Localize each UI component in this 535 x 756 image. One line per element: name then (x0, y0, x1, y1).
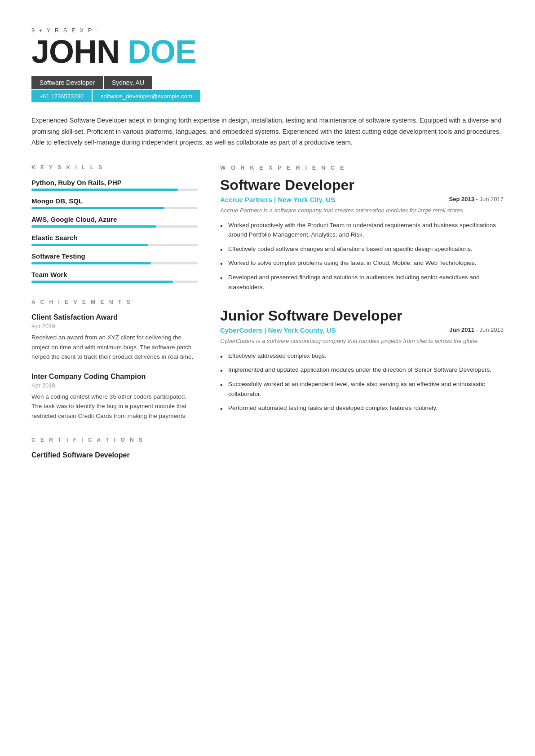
contact-bar: +61 1236523230 software_developer@exampl… (31, 90, 504, 102)
skill-bar-fill (31, 262, 151, 264)
work-list: Software Developer Accrue Partners | New… (220, 177, 504, 413)
skill-bar-bg (31, 281, 198, 283)
certs-list: Certified Software Developer (31, 451, 198, 459)
job-desc: Accrue Partners is a software company th… (220, 206, 504, 215)
exp-label: 9 + Y R S E X P . (31, 27, 504, 34)
title-chip: Software Developer (31, 76, 103, 89)
right-col: W O R K E X P E R I E N C E Software Dev… (220, 164, 504, 460)
skill-item: Python, Ruby On Rails, PHP (31, 179, 198, 191)
summary: Experienced Software Developer adept in … (31, 115, 503, 148)
skill-item: AWS, Google Cloud, Azure (31, 215, 198, 228)
skill-bar-bg (31, 189, 198, 191)
job-block: Junior Software Developer CyberCoders | … (220, 308, 504, 413)
skill-name: Elastic Search (31, 234, 198, 242)
job-title: Software Developer (220, 177, 504, 193)
key-skills-section: K E Y S K I L L S Python, Ruby On Rails,… (31, 164, 198, 283)
name-row: JOHN DOE (31, 35, 504, 68)
skill-bar-fill (31, 225, 156, 228)
skill-bar-bg (31, 225, 198, 228)
work-exp-label: W O R K E X P E R I E N C E (220, 164, 504, 171)
achievement-title: Inter Company Coding Champion (31, 373, 198, 381)
first-name: JOHN (31, 35, 119, 68)
skill-item: Software Testing (31, 252, 198, 264)
skill-bar-bg (31, 262, 198, 264)
job-bullet: Effectively coded software changes and a… (220, 244, 504, 254)
achievements-section: A C H I E V E M E N T S Client Satisfact… (31, 299, 198, 421)
achievement-desc: Received an award from an XYZ client for… (31, 333, 198, 362)
header: 9 + Y R S E X P . JOHN DOE Software Deve… (31, 27, 504, 102)
job-bullets: Worked productively with the Product Tea… (220, 220, 504, 292)
skill-item: Team Work (31, 271, 198, 283)
achievement-title: Client Satisfaction Award (31, 313, 198, 321)
achievement-desc: Won a coding contest where 35 other code… (31, 392, 198, 421)
key-skills-label: K E Y S K I L L S (31, 164, 198, 171)
phone-chip: +61 1236523230 (31, 90, 92, 102)
job-dates: Sep 2013 - Jun 2017 (449, 196, 504, 202)
achievement-date: Apr 2019 (31, 323, 198, 330)
two-col-layout: K E Y S K I L L S Python, Ruby On Rails,… (31, 164, 504, 460)
skill-bar-fill (31, 189, 178, 191)
job-bullet: Developed and presented findings and sol… (220, 273, 504, 292)
achievement-item: Inter Company Coding Champion Apr 2018 W… (31, 373, 198, 421)
email-chip: software_developer@example.com (93, 90, 200, 102)
achievement-date: Apr 2018 (31, 382, 198, 389)
skill-name: Mongo DB, SQL (31, 197, 198, 205)
skill-name: Team Work (31, 271, 198, 278)
skill-name: Python, Ruby On Rails, PHP (31, 179, 198, 186)
job-bullet: Worked productively with the Product Tea… (220, 220, 504, 240)
job-meta-row: CyberCoders | New York County, US Jun 20… (220, 326, 504, 334)
job-bullets: Effectively addressed complex bugs.Imple… (220, 351, 504, 413)
location-chip: Sydney, AU (104, 76, 152, 89)
job-desc: CyberCoders is a software outsourcing co… (220, 337, 504, 346)
info-bar: Software Developer Sydney, AU (31, 76, 504, 89)
skills-list: Python, Ruby On Rails, PHP Mongo DB, SQL… (31, 179, 198, 283)
skill-item: Mongo DB, SQL (31, 197, 198, 209)
achievement-item: Client Satisfaction Award Apr 2019 Recei… (31, 313, 198, 362)
last-name: DOE (128, 35, 196, 68)
job-company: CyberCoders | New York County, US (220, 326, 336, 334)
skill-bar-bg (31, 244, 198, 246)
skill-bar-fill (31, 244, 148, 246)
job-bullet: Worked to solve complex problems using t… (220, 258, 504, 268)
job-block: Software Developer Accrue Partners | New… (220, 177, 504, 292)
skill-bar-fill (31, 207, 164, 209)
left-col: K E Y S K I L L S Python, Ruby On Rails,… (31, 164, 198, 460)
skill-bar-fill (31, 281, 173, 283)
skill-item: Elastic Search (31, 234, 198, 246)
job-bullet: Performed automated testing tasks and de… (220, 403, 504, 413)
skill-bar-bg (31, 207, 198, 209)
cert-item: Certified Software Developer (31, 451, 198, 459)
job-meta-row: Accrue Partners | New York City, US Sep … (220, 196, 504, 203)
skill-name: Software Testing (31, 252, 198, 260)
job-bullet: Implemented and updated application modu… (220, 365, 504, 375)
cert-name: Certified Software Developer (31, 451, 198, 459)
job-bullet: Effectively addressed complex bugs. (220, 351, 504, 361)
job-title: Junior Software Developer (220, 308, 504, 324)
skill-name: AWS, Google Cloud, Azure (31, 215, 198, 223)
certifications-label: C E R T I F I C A T I O N S (31, 437, 198, 443)
job-company: Accrue Partners | New York City, US (220, 196, 335, 203)
achievements-list: Client Satisfaction Award Apr 2019 Recei… (31, 313, 198, 421)
job-bullet: Successfully worked at an independent le… (220, 379, 504, 399)
certifications-section: C E R T I F I C A T I O N S Certified So… (31, 437, 198, 459)
job-dates: Jun 2011 - Jun 2013 (449, 326, 504, 333)
achievements-label: A C H I E V E M E N T S (31, 299, 198, 305)
